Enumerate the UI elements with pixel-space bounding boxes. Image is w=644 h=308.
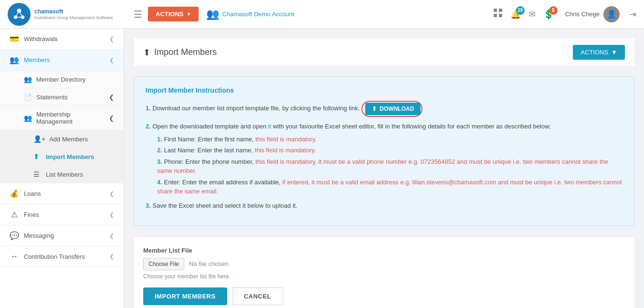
logo-icon [8, 3, 31, 26]
instructions-title: Import Member Instructions [146, 86, 623, 94]
step-2: 2. Open the downloaded template and open… [146, 122, 623, 196]
sub-steps-list: 1. First Name: Enter the first name, thi… [146, 135, 623, 196]
file-label: Member List File [143, 247, 625, 254]
step-3: 3. Save the Excel sheet and select it be… [146, 201, 623, 211]
account-name: Chamasoft Demo Account [222, 11, 294, 18]
sidebar-item-add-members[interactable]: 👤+ Add Members [0, 130, 124, 148]
sidebar-item-withdrawals[interactable]: 💳 Withdrawals ❮ [0, 29, 124, 50]
step-3-num: 3. [146, 202, 151, 209]
page-actions-arrow-icon: ▼ [611, 49, 617, 56]
menu-toggle[interactable]: ☰ [134, 9, 142, 20]
cancel-button[interactable]: CANCEL [232, 287, 283, 305]
instructions-list: 1. Download our member list import templ… [146, 101, 623, 211]
money-icon[interactable]: 💲 5 [543, 9, 554, 20]
nav-icons-area: 🔔 29 ✉ 💲 5 Chris Chege 👤 ⇥ [493, 6, 636, 22]
sidebar-item-loans[interactable]: 💰 Loans ❮ [0, 183, 124, 204]
sidebar: 💳 Withdrawals ❮ 👥 Members ❮ 👥 Member Dir… [0, 29, 124, 308]
sub-step-2-num: 2. [157, 147, 162, 154]
svg-rect-9 [499, 14, 502, 17]
sub-step-4-num: 4. [157, 179, 162, 186]
sidebar-subsub-label: Import Members [46, 153, 94, 160]
page-actions-label: ACTIONS [581, 49, 608, 56]
sidebar-item-label: Members [24, 56, 50, 64]
member-directory-icon: 👥 [24, 75, 32, 83]
statements-icon: 📄 [24, 93, 32, 101]
sidebar-item-contribution-transfers[interactable]: ↔ Contribution Transfers ❮ [0, 246, 124, 267]
add-members-icon: 👤+ [33, 135, 45, 143]
logo-text-block: chamasoft Investment Group Management So… [34, 8, 113, 20]
page-header: ⬆ Import Members ACTIONS ▼ [134, 38, 634, 67]
file-section: Member List File Choose File No file cho… [134, 237, 634, 308]
sidebar-item-label: Loans [24, 190, 41, 197]
chevron-icon: ❮ [109, 233, 114, 239]
sidebar-item-fines[interactable]: ⚠ Fines ❮ [0, 204, 124, 225]
file-input-row: Choose File No file chosen [143, 258, 625, 270]
user-avatar: 👤 [603, 6, 620, 22]
fines-icon: ⚠ [10, 210, 19, 219]
upload-icon: ⬆ [143, 47, 150, 58]
members-submenu: 👥 Member Directory 📄 Statements ❮ 👥 Memb… [0, 71, 124, 183]
membership-submenu: 👤+ Add Members ⬆ Import Members ☰ List M… [0, 130, 124, 183]
download-button[interactable]: ⬆ DOWNLOAD [365, 103, 421, 115]
form-actions: IMPORT MEMBERS CANCEL [143, 287, 625, 305]
page-title: Import Members [154, 47, 217, 57]
messaging-icon: 💬 [10, 231, 19, 240]
user-area[interactable]: Chris Chege 👤 [565, 6, 620, 22]
sidebar-item-statements[interactable]: 📄 Statements ❮ [0, 88, 124, 106]
sidebar-item-members[interactable]: 👥 Members ❮ [0, 50, 124, 71]
svg-rect-6 [494, 9, 497, 12]
choose-file-label: Choose File [148, 261, 179, 267]
grid-icon[interactable] [493, 8, 503, 20]
notification-icon[interactable]: 🔔 29 [510, 9, 521, 20]
sidebar-item-list-members[interactable]: ☰ List Members [0, 166, 124, 183]
group-icon: 👥 [206, 8, 219, 21]
sidebar-item-label: Fines [24, 211, 39, 218]
main-layout: 💳 Withdrawals ❮ 👥 Members ❮ 👥 Member Dir… [0, 29, 644, 308]
sidebar-item-import-members[interactable]: ⬆ Import Members [0, 148, 124, 166]
account-area[interactable]: 👥 Chamasoft Demo Account [206, 8, 294, 21]
sidebar-subsub-label: Add Members [49, 136, 88, 143]
sidebar-item-messaging[interactable]: 💬 Messaging ❮ [0, 225, 124, 246]
members-icon: 👥 [10, 55, 19, 64]
sub-step-3-label: Phone: Enter the phone number, [164, 158, 255, 165]
email-icon[interactable]: ✉ [528, 9, 536, 20]
app-name: chamasoft [34, 8, 113, 15]
chevron-icon: ❮ [109, 191, 114, 197]
step-2-text: Open the downloaded template and open it… [152, 123, 551, 130]
chevron-icon: ❮ [109, 94, 114, 101]
sidebar-sub-label: Membership Management [36, 111, 105, 125]
step-1: 1. Download our member list import templ… [146, 101, 623, 117]
main-content: ⬆ Import Members ACTIONS ▼ Import Member… [124, 29, 644, 308]
svg-rect-8 [494, 14, 497, 17]
import-members-button[interactable]: IMPORT MEMBERS [143, 287, 227, 305]
sidebar-item-member-directory[interactable]: 👥 Member Directory [0, 71, 124, 88]
top-actions-button[interactable]: ACTIONS ▼ [148, 7, 199, 21]
sub-step-2-label: Last Name: Enter the last name, [164, 147, 254, 154]
step-2-num: 2. [146, 123, 151, 130]
chevron-icon: ❮ [109, 57, 114, 64]
chevron-icon: ❮ [109, 36, 114, 42]
logout-icon[interactable]: ⇥ [629, 9, 636, 20]
sub-step-1-num: 1. [157, 136, 162, 143]
sidebar-item-label: Withdrawals [24, 35, 58, 42]
sub-step-3: 3. Phone: Enter the phone number, this f… [157, 157, 623, 176]
instructions-box: Import Member Instructions 1. Download o… [134, 76, 634, 226]
chevron-icon: ❮ [109, 212, 114, 218]
sidebar-item-membership-management[interactable]: 👥 Membership Management ❮ [0, 106, 124, 130]
svg-rect-7 [499, 9, 502, 12]
sidebar-sub-label: Member Directory [36, 76, 85, 83]
download-label: DOWNLOAD [380, 106, 414, 112]
membership-icon: 👥 [24, 114, 32, 122]
top-actions-label: ACTIONS [156, 11, 184, 18]
logo-area: chamasoft Investment Group Management So… [8, 3, 132, 26]
page-title-area: ⬆ Import Members [143, 47, 217, 58]
sidebar-item-label: Messaging [24, 232, 54, 239]
choose-file-button[interactable]: Choose File [143, 258, 184, 270]
chevron-icon: ❮ [109, 253, 114, 260]
sub-step-1-mandatory: this field is mandatory. [255, 136, 317, 143]
sub-step-1: 1. First Name: Enter the first name, thi… [157, 135, 623, 144]
sub-step-2: 2. Last Name: Enter the last name, this … [157, 146, 623, 155]
page-actions-button[interactable]: ACTIONS ▼ [573, 45, 625, 60]
loans-icon: 💰 [10, 189, 19, 198]
top-actions-arrow-icon: ▼ [187, 11, 191, 17]
